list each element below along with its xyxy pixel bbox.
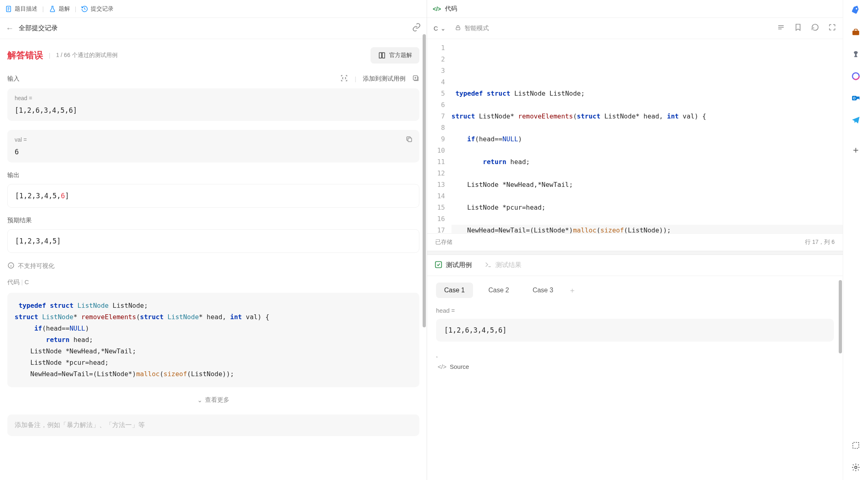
copilot-icon[interactable] [850, 70, 862, 82]
lang-label: C [24, 278, 29, 285]
tab-submission-label: 提交记录 [91, 5, 113, 13]
bookmark-icon[interactable] [794, 23, 802, 33]
code-lines[interactable]: typedef struct ListNode ListNode; struct… [451, 42, 843, 233]
add-testcase-label[interactable]: 添加到测试用例 [363, 75, 406, 83]
panel-resizer[interactable] [427, 251, 843, 255]
briefcase-icon[interactable] [850, 26, 862, 38]
history-icon [81, 5, 88, 13]
book-icon [378, 51, 386, 59]
expected-value-box: [1,2,3,4,5] [7, 229, 419, 253]
plus-icon[interactable] [850, 144, 862, 156]
add-testcase-icon[interactable] [412, 75, 419, 83]
chevron-down-icon: ⌄ [197, 397, 203, 404]
code-label: 代码 [7, 278, 20, 285]
outlook-icon[interactable]: O [850, 92, 862, 104]
telegram-icon[interactable] [850, 114, 862, 126]
editor-header: </> 代码 [427, 0, 843, 18]
right-sidebar: O [843, 0, 868, 480]
tab-solution[interactable]: 题解 [49, 5, 70, 13]
output-value-box: [1,2,3,4,5,6] [7, 184, 419, 208]
expected-label-row: 预期结果 [7, 217, 419, 224]
tab-description-label: 题目描述 [15, 5, 37, 13]
svg-rect-7 [408, 138, 412, 142]
file-text-icon [5, 5, 12, 13]
status-row: 解答错误 | 1 / 66 个通过的测试用例 官方题解 [7, 47, 419, 64]
input-val-label: val = [15, 136, 412, 143]
toolbar-icons [777, 23, 836, 33]
input-head-box: head = [1,2,6,3,4,5,6] [7, 88, 419, 121]
show-more-button[interactable]: ⌄ 查看更多 [7, 393, 419, 407]
terminal-icon [484, 261, 492, 270]
case-chip-3[interactable]: Case 3 [524, 283, 561, 298]
result-body: 解答错误 | 1 / 66 个通过的测试用例 官方题解 输入 | 添加到测试用例… [0, 39, 427, 480]
source-label-row: </> Source [436, 363, 834, 370]
scan-icon[interactable] [340, 74, 348, 83]
tab-result[interactable]: 测试结果 [484, 261, 521, 270]
link-icon[interactable] [412, 23, 421, 34]
case-chip-2[interactable]: Case 2 [480, 283, 517, 298]
testcase-tab-label: 测试用例 [446, 261, 472, 270]
svg-rect-25 [853, 443, 859, 449]
output-label-row: 输出 [7, 171, 419, 179]
source-label[interactable]: Source [450, 363, 469, 370]
testcase-tabs: 测试用例 测试结果 [427, 255, 843, 276]
input-val-box: val = 6 [7, 130, 419, 162]
check-icon [434, 261, 443, 270]
tab-solution-label: 题解 [59, 5, 70, 13]
case-chip-1[interactable]: Case 1 [436, 283, 473, 298]
input-head-label: head = [15, 95, 412, 101]
cursor-position: 行 17，列 6 [805, 239, 835, 246]
input-val-value: 6 [15, 148, 412, 156]
right-panel: </> 代码 C ⌄ 智能模式 12345 678910 1112131415 … [427, 0, 843, 480]
chevron-down-icon: ⌄ [441, 25, 446, 32]
editor-status-bar: 已存储 行 17，列 6 [427, 233, 843, 251]
testcase-scrollbar[interactable] [839, 280, 842, 353]
left-scrollbar[interactable] [422, 18, 427, 480]
tab-testcase[interactable]: 测试用例 [434, 261, 472, 270]
saved-label: 已存储 [435, 239, 452, 246]
official-solution-button[interactable]: 官方题解 [371, 47, 419, 64]
language-picker[interactable]: C ⌄ [434, 25, 446, 32]
chess-icon[interactable] [850, 48, 862, 60]
copy-icon[interactable] [406, 136, 413, 144]
case-selector: Case 1 Case 2 Case 3 ＋ [436, 283, 834, 298]
screenshot-icon[interactable] [850, 439, 862, 452]
testcase-panel: Case 1 Case 2 Case 3 ＋ head = [1,2,6,3,4… [427, 276, 843, 480]
expand-icon[interactable] [828, 23, 836, 33]
breadcrumb-title[interactable]: 全部提交记录 [19, 24, 58, 33]
output-prefix: [1,2,3,4,5, [15, 192, 61, 200]
case-comma: , [436, 351, 834, 358]
add-case-button[interactable]: ＋ [569, 285, 576, 295]
output-diff: 6 [61, 192, 65, 200]
intelligent-mode[interactable]: 智能模式 [455, 24, 489, 32]
tab-divider: | [75, 6, 76, 12]
case-head-value[interactable]: [1,2,6,3,4,5,6] [436, 319, 834, 342]
reset-icon[interactable] [811, 23, 819, 33]
left-panel: 题目描述 | 题解 | 提交记录 ← 全部提交记录 解答错误 | 1 / 66 … [0, 0, 427, 480]
status-badge: 解答错误 [7, 49, 43, 61]
tag-icon[interactable] [850, 4, 862, 16]
gear-icon[interactable] [850, 461, 862, 473]
lock-icon [455, 24, 461, 32]
tab-submission[interactable]: 提交记录 [81, 5, 113, 13]
flask-icon [49, 5, 56, 13]
mode-label: 智能模式 [465, 24, 489, 32]
output-label: 输出 [7, 171, 20, 179]
output-suffix: ] [65, 192, 69, 200]
official-solution-label: 官方题解 [389, 52, 412, 59]
code-editor[interactable]: 12345 678910 1112131415 1617181920 typed… [427, 39, 843, 233]
list-icon[interactable] [777, 23, 785, 33]
language-label: C [434, 25, 438, 32]
notes-placeholder: 添加备注，例如「暴力解法」、「方法一」等 [15, 421, 145, 428]
case-head-label: head = [436, 307, 834, 314]
line-gutter: 12345 678910 1112131415 1617181920 [427, 42, 451, 233]
back-arrow-icon[interactable]: ← [6, 24, 14, 33]
editor-toolbar: C ⌄ 智能模式 [427, 18, 843, 39]
expected-value: [1,2,3,4,5] [15, 237, 61, 245]
notes-input[interactable]: 添加备注，例如「暴力解法」、「方法一」等 [7, 414, 419, 436]
no-viz-label: 不支持可视化 [18, 262, 55, 270]
scroll-thumb[interactable] [423, 34, 426, 327]
tab-description[interactable]: 题目描述 [5, 5, 37, 13]
left-tabs: 题目描述 | 题解 | 提交记录 [0, 0, 427, 18]
input-head-value: [1,2,6,3,4,5,6] [15, 106, 412, 114]
